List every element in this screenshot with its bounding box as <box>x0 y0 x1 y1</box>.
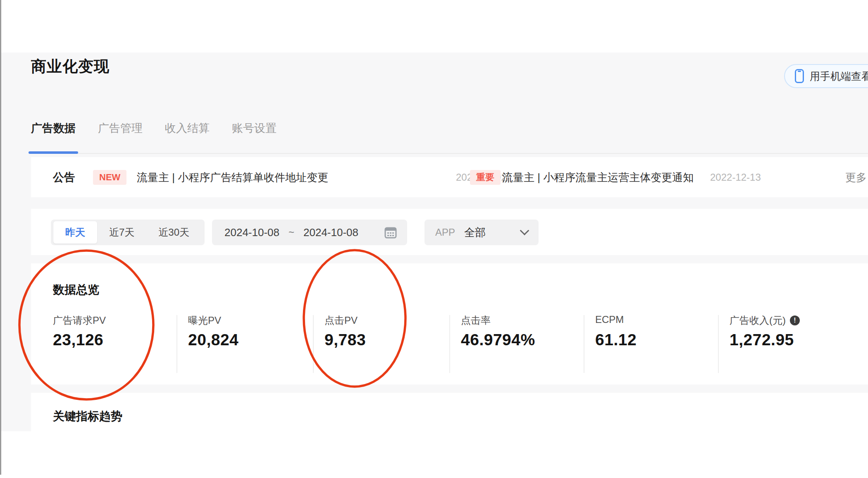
metric-divider <box>718 315 719 373</box>
tab-ad-data[interactable]: 广告数据 <box>31 121 76 153</box>
view-on-mobile-button[interactable]: 用手机端查看数据 <box>784 64 868 88</box>
metric-value: 20,824 <box>188 331 238 349</box>
announcement-bar: 公告 NEW 流量主 | 小程序广告结算单收件地址变更 2023-02-02 重… <box>31 157 868 197</box>
monetization-dashboard: { "page": { "title": "商业化变现" }, "header"… <box>0 0 868 478</box>
filter-bar: 昨天 近7天 近30天 2024-10-08 ~ 2024-10-08 APP … <box>31 209 868 255</box>
phone-icon <box>795 69 804 83</box>
info-icon[interactable]: ! <box>790 315 800 325</box>
announcement-date: 2022-12-13 <box>710 172 761 183</box>
metric-label: 广告收入(元) ! <box>730 314 800 327</box>
tab-bar: 广告数据 广告管理 收入结算 账号设置 <box>31 121 868 154</box>
metric-value: 9,783 <box>324 331 366 349</box>
metric-label: ECPM <box>595 314 624 325</box>
metric-divider <box>176 315 177 373</box>
metric-label: 曝光PV <box>188 314 221 327</box>
app-select[interactable]: APP 全部 <box>424 220 539 245</box>
metric-label: 点击率 <box>461 314 491 327</box>
date-range-start: 2024-10-08 <box>224 226 279 239</box>
range-yesterday-button[interactable]: 昨天 <box>53 221 97 244</box>
app-select-label: APP <box>435 227 455 238</box>
tab-ad-management[interactable]: 广告管理 <box>98 121 143 153</box>
calendar-icon <box>384 226 397 239</box>
metric-divider <box>584 315 584 373</box>
date-range-end: 2024-10-08 <box>303 226 358 239</box>
tab-income-settlement[interactable]: 收入结算 <box>165 121 210 153</box>
date-range-separator: ~ <box>289 227 294 238</box>
trend-section-title: 关键指标趋势 <box>53 409 122 424</box>
metric-label: 点击PV <box>324 314 358 327</box>
announcement-label: 公告 <box>53 170 75 185</box>
new-badge: NEW <box>93 170 126 185</box>
tab-account-settings[interactable]: 账号设置 <box>232 121 277 153</box>
metric-value: 61.12 <box>595 331 637 349</box>
metric-label: 广告请求PV <box>53 314 106 327</box>
view-on-mobile-label: 用手机端查看数据 <box>810 69 868 83</box>
app-select-value: 全部 <box>464 225 486 240</box>
range-last7days-button[interactable]: 近7天 <box>97 221 146 244</box>
chevron-down-icon <box>520 226 529 235</box>
metric-label-text: 广告收入(元) <box>730 314 786 327</box>
metric-divider <box>449 315 450 373</box>
metric-value: 1,272.95 <box>730 331 794 349</box>
announcement-link[interactable]: 流量主 | 小程序广告结算单收件地址变更 <box>137 170 328 184</box>
page-title: 商业化变现 <box>31 56 110 77</box>
range-last30days-button[interactable]: 近30天 <box>146 221 201 244</box>
overview-section-title: 数据总览 <box>53 282 99 298</box>
metric-divider <box>313 315 314 373</box>
announcement-link[interactable]: 流量主 | 小程序流量主运营主体变更通知 <box>502 170 694 184</box>
data-overview-card: 数据总览 广告请求PV 23,126 曝光PV 20,824 点击PV 9,78… <box>31 263 868 385</box>
key-metric-trend-card: 关键指标趋势 <box>31 393 868 478</box>
metric-value: 46.9794% <box>461 331 535 349</box>
date-quick-range-segmented-control: 昨天 近7天 近30天 <box>51 220 205 245</box>
date-range-picker[interactable]: 2024-10-08 ~ 2024-10-08 <box>212 220 407 245</box>
announcement-more-link[interactable]: 更多 <box>845 170 867 184</box>
important-badge: 重要 <box>470 170 501 185</box>
metric-value: 23,126 <box>53 331 103 349</box>
